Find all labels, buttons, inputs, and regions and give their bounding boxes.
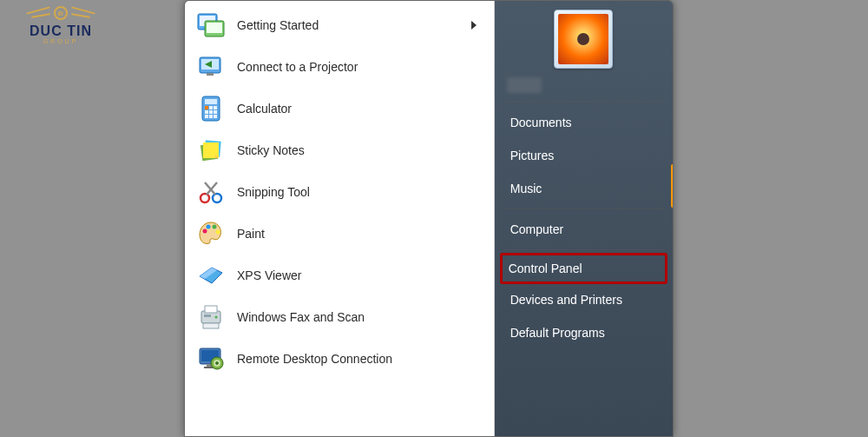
logo-brand-text: DUC TIN	[17, 23, 104, 39]
svg-point-26	[207, 225, 211, 229]
program-label: Snipping Tool	[237, 185, 483, 199]
side-item-label: Default Programs	[510, 326, 605, 340]
divider	[503, 209, 664, 209]
side-item-default-programs[interactable]: Default Programs	[502, 317, 666, 348]
svg-point-32	[215, 316, 218, 319]
user-picture-flower-icon	[558, 14, 608, 64]
side-item-label: Music	[510, 182, 542, 195]
program-label: Connect to a Projector	[237, 60, 483, 74]
program-label: Remote Desktop Connection	[237, 352, 483, 366]
svg-rect-6	[207, 73, 214, 76]
paint-icon	[195, 218, 227, 249]
program-label: XPS Viewer	[237, 268, 483, 282]
xps-viewer-icon	[195, 260, 227, 291]
svg-point-25	[203, 229, 207, 234]
svg-rect-12	[205, 110, 208, 114]
start-menu: Getting Started Connect to a Projector	[184, 0, 674, 437]
fax-scan-icon	[195, 301, 227, 333]
side-item-label: Pictures	[510, 149, 555, 162]
sticky-notes-icon	[195, 135, 227, 166]
program-snipping-tool[interactable]: Snipping Tool	[188, 171, 490, 213]
program-calculator[interactable]: Calculator	[188, 88, 490, 129]
side-item-label: Computer	[510, 222, 563, 236]
side-item-documents[interactable]: Documents	[502, 107, 666, 138]
edge-accent	[671, 164, 674, 208]
start-menu-programs-panel: Getting Started Connect to a Projector	[185, 1, 495, 436]
username-blurred	[507, 77, 542, 93]
program-label: Calculator	[237, 102, 483, 116]
program-paint[interactable]: Paint	[188, 213, 490, 255]
svg-rect-13	[209, 110, 213, 114]
start-menu-side-panel: Documents Pictures Music Computer Contro…	[495, 1, 673, 436]
program-remote-desktop[interactable]: Remote Desktop Connection	[188, 338, 490, 380]
program-getting-started[interactable]: Getting Started	[188, 4, 490, 46]
svg-point-22	[213, 194, 221, 202]
side-item-computer[interactable]: Computer	[502, 214, 666, 245]
program-label: Getting Started	[237, 18, 471, 32]
divider	[503, 102, 664, 103]
svg-rect-17	[214, 115, 217, 118]
remote-desktop-icon	[195, 343, 227, 374]
svg-rect-9	[205, 106, 208, 109]
svg-rect-3	[207, 23, 222, 33]
svg-point-27	[213, 225, 217, 229]
submenu-arrow-icon	[471, 21, 477, 30]
side-item-music[interactable]: Music	[502, 173, 666, 204]
getting-started-icon	[195, 10, 227, 41]
svg-rect-33	[204, 315, 211, 317]
program-sticky-notes[interactable]: Sticky Notes	[188, 129, 490, 171]
logo-subtitle: GROUP	[17, 38, 104, 44]
svg-point-21	[201, 194, 209, 202]
svg-rect-8	[205, 99, 217, 104]
svg-rect-15	[205, 115, 208, 118]
program-xps-viewer[interactable]: XPS Viewer	[188, 255, 490, 296]
program-label: Paint	[237, 227, 483, 241]
logo-wings-icon: Đ	[17, 4, 104, 22]
svg-rect-16	[209, 115, 213, 118]
side-item-label: Devices and Printers	[510, 293, 622, 307]
svg-line-24	[205, 182, 215, 195]
program-fax-scan[interactable]: Windows Fax and Scan	[188, 296, 490, 338]
user-picture-frame[interactable]	[554, 10, 613, 69]
svg-point-28	[216, 230, 220, 235]
svg-line-23	[207, 182, 217, 195]
svg-rect-11	[214, 106, 217, 109]
svg-rect-30	[205, 306, 217, 313]
side-item-label: Documents	[510, 116, 572, 129]
side-item-pictures[interactable]: Pictures	[502, 140, 666, 171]
svg-rect-14	[214, 110, 217, 114]
side-item-label: Control Panel	[509, 262, 582, 275]
calculator-icon	[195, 93, 227, 124]
divider	[503, 249, 664, 250]
program-connect-projector[interactable]: Connect to a Projector	[188, 46, 490, 88]
svg-rect-31	[203, 323, 219, 328]
side-item-control-panel[interactable]: Control Panel	[500, 253, 667, 284]
side-item-devices-printers[interactable]: Devices and Printers	[502, 284, 666, 315]
projector-icon	[195, 51, 227, 83]
program-label: Sticky Notes	[237, 143, 483, 157]
watermark-logo: Đ DUC TIN GROUP	[17, 4, 104, 44]
snipping-tool-icon	[195, 176, 227, 208]
program-label: Windows Fax and Scan	[237, 310, 483, 324]
svg-rect-10	[209, 106, 213, 109]
